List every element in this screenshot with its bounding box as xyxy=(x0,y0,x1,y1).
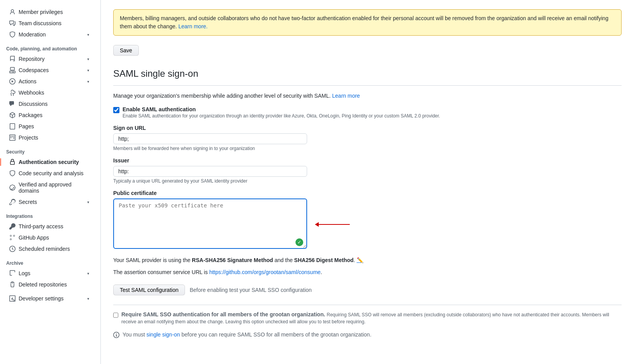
test-btn-hint: Before enabling test your SAML SSO confi… xyxy=(190,287,312,293)
sidebar-item-repository[interactable]: Repository ▾ xyxy=(3,53,97,64)
section-description: Manage your organization's membership wh… xyxy=(113,92,622,100)
sidebar-item-github-apps[interactable]: GitHub Apps xyxy=(3,232,97,243)
repo-icon xyxy=(9,56,16,62)
webhook-icon xyxy=(9,90,16,96)
sidebar-item-label: Developer settings xyxy=(19,295,85,302)
sign-on-url-hint: Members will be forwarded here when sign… xyxy=(113,146,622,151)
test-button-row: Test SAML configuration Before enabling … xyxy=(113,285,622,295)
sidebar-item-label: Projects xyxy=(19,135,91,141)
signature-info: Your SAML provider is using the RSA-SHA2… xyxy=(113,256,622,264)
discussion-icon xyxy=(9,101,16,107)
info-icon xyxy=(113,332,119,339)
sidebar-item-moderation[interactable]: Moderation ▾ xyxy=(3,29,97,40)
require-sso-section: Require SAML SSO authentication for all … xyxy=(113,305,622,339)
sidebar-item-label: Repository xyxy=(19,56,85,62)
sidebar-item-packages[interactable]: Packages xyxy=(3,110,97,121)
issuer-label: Issuer xyxy=(113,157,622,164)
public-cert-textarea[interactable] xyxy=(113,198,307,249)
learn-more-link[interactable]: Learn more xyxy=(332,93,360,99)
sidebar-item-label: Moderation xyxy=(19,31,85,38)
sidebar-item-projects[interactable]: Projects xyxy=(3,132,97,143)
shield-icon xyxy=(9,31,16,38)
acs-url-link[interactable]: https://github.com/orgs/grootan/saml/con… xyxy=(209,269,321,275)
test-saml-button[interactable]: Test SAML configuration xyxy=(113,285,185,295)
sign-on-url-group: Sign on URL Members will be forwarded he… xyxy=(113,125,622,151)
public-cert-wrapper: ✓ xyxy=(113,198,307,250)
sidebar-item[interactable]: Member privileges xyxy=(3,7,97,17)
actions-icon xyxy=(9,78,16,85)
sidebar-item-label: Packages xyxy=(19,112,91,118)
sidebar-item-logs[interactable]: Logs ▾ xyxy=(3,268,97,279)
sidebar-item-codespaces[interactable]: Codespaces ▾ xyxy=(3,65,97,76)
sign-on-url-input[interactable] xyxy=(113,133,307,144)
verified-icon xyxy=(9,185,16,191)
sidebar-item-label: Member privileges xyxy=(19,9,91,15)
log-icon xyxy=(9,270,16,276)
sidebar-item-discussions[interactable]: Discussions xyxy=(3,98,97,109)
comment-icon xyxy=(9,20,16,26)
sidebar-section-archive: Archive xyxy=(0,257,100,267)
sidebar-section-security: Security xyxy=(0,146,100,156)
chevron-down-icon: ▾ xyxy=(85,31,91,38)
require-sso-row: Require SAML SSO authentication for all … xyxy=(113,311,622,325)
arrow-indicator xyxy=(315,222,350,227)
apps-icon xyxy=(9,235,16,241)
issuer-input[interactable] xyxy=(113,166,307,177)
require-sso-label[interactable]: Require SAML SSO authentication for all … xyxy=(121,311,622,325)
sidebar-item-label: Webhooks xyxy=(19,90,91,96)
chevron-down-icon: ▾ xyxy=(85,199,91,205)
key-icon xyxy=(9,223,16,229)
enable-saml-checkbox[interactable] xyxy=(113,107,119,113)
public-cert-group: Public certificate ✓ xyxy=(113,190,622,250)
sidebar-item-authentication-security[interactable]: Authentication security xyxy=(3,157,97,167)
sidebar-item-label: Logs xyxy=(19,270,85,276)
package-icon xyxy=(9,112,16,118)
sidebar-item-label: Team discussions xyxy=(19,20,91,26)
sidebar-item-deleted-repos[interactable]: Deleted repositories xyxy=(3,279,97,290)
sidebar: Member privileges Team discussions Moder… xyxy=(0,0,101,364)
sidebar-item-label: Secrets xyxy=(19,199,85,205)
sidebar-item-actions[interactable]: Actions ▾ xyxy=(3,76,97,87)
sidebar-item-verified-domains[interactable]: Verified and approved domains xyxy=(3,179,97,196)
sidebar-section-code: Code, planning, and automation xyxy=(0,43,100,53)
sidebar-item-label: Third-party access xyxy=(19,223,91,229)
sidebar-item-label: Code security and analysis xyxy=(19,170,91,176)
sidebar-item-third-party[interactable]: Third-party access xyxy=(3,221,97,232)
enable-saml-label[interactable]: Enable SAML authentication Enable SAML a… xyxy=(123,106,440,119)
save-button[interactable]: Save xyxy=(113,45,139,56)
lock-icon xyxy=(9,159,16,165)
sidebar-item-pages[interactable]: Pages xyxy=(3,121,97,132)
pages-icon xyxy=(9,123,16,129)
person-icon xyxy=(9,9,16,15)
chevron-down-icon: ▾ xyxy=(85,270,91,276)
edit-signature-link[interactable]: ✏️ xyxy=(357,257,363,263)
projects-icon xyxy=(9,135,16,141)
success-icon: ✓ xyxy=(295,238,303,246)
arrow-head xyxy=(315,222,319,227)
warning-banner: Members, billing managers, and outside c… xyxy=(113,9,622,36)
sidebar-section-integrations: Integrations xyxy=(0,210,100,221)
chevron-down-icon: ▾ xyxy=(85,78,91,85)
trash-icon xyxy=(9,281,16,288)
shield-check-icon xyxy=(9,170,16,176)
require-sso-checkbox[interactable] xyxy=(113,312,118,318)
learn-more-warning-link[interactable]: Learn more. xyxy=(178,23,207,29)
sidebar-item-label: Authentication security xyxy=(19,159,91,165)
acs-url-text: The assertion consumer service URL is ht… xyxy=(113,269,622,275)
chevron-down-icon: ▾ xyxy=(85,67,91,73)
sidebar-item-secrets[interactable]: Secrets ▾ xyxy=(3,197,97,207)
single-sign-on-link[interactable]: single sign-on xyxy=(147,331,180,338)
sidebar-item-scheduled-reminders[interactable]: Scheduled reminders xyxy=(3,243,97,254)
enable-saml-row: Enable SAML authentication Enable SAML a… xyxy=(113,106,622,119)
sidebar-item-code-security[interactable]: Code security and analysis xyxy=(3,168,97,179)
chevron-down-icon: ▾ xyxy=(85,295,91,302)
sidebar-item-label: Deleted repositories xyxy=(19,281,91,288)
sidebar-item-label: Actions xyxy=(19,78,85,85)
sso-info-row: You must single sign-on before you can r… xyxy=(113,331,622,339)
sidebar-item-label: Pages xyxy=(19,123,91,129)
sidebar-item-webhooks[interactable]: Webhooks xyxy=(3,87,97,98)
key-icon xyxy=(9,199,16,205)
sidebar-item-team-discussions[interactable]: Team discussions xyxy=(3,18,97,29)
sidebar-item-developer-settings[interactable]: Developer settings ▾ xyxy=(3,293,97,304)
sidebar-item-label: Scheduled reminders xyxy=(19,246,91,252)
